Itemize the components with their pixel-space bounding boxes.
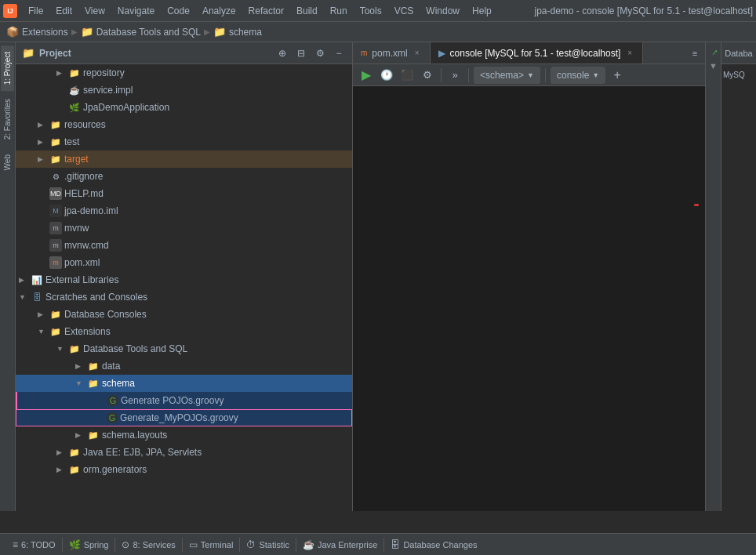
menu-navigate[interactable]: Navigate <box>111 4 161 18</box>
editor-area: m pom.xml × ▶ console [MySQL for 5.1 - t… <box>353 42 705 511</box>
status-todo-label: 6: TODO <box>21 540 56 550</box>
tree-item-extensions[interactable]: ▼ 📁 Extensions <box>16 323 352 340</box>
menu-run[interactable]: Run <box>324 4 354 18</box>
md-icon-help: MD <box>49 187 62 200</box>
menu-file[interactable]: File <box>22 4 49 18</box>
status-todo[interactable]: ≡ 6: TODO <box>6 534 62 555</box>
panel-settings-btn[interactable]: ⚙ <box>313 46 327 60</box>
tree-item-mvnwcmd[interactable]: m mvnw.cmd <box>16 237 352 254</box>
add-console-button[interactable]: + <box>609 67 626 84</box>
schema-dropdown[interactable]: <schema> ▼ <box>474 67 540 84</box>
menu-refactor[interactable]: Refactor <box>242 4 290 18</box>
schema-dropdown-arrow: ▼ <box>527 71 534 79</box>
tree-item-external-libraries[interactable]: ▶ 📊 External Libraries <box>16 271 352 288</box>
window-title: jpa-demo - console [MySQL for 5.1 - test… <box>534 5 753 16</box>
status-bar: ≡ 6: TODO 🌿 Spring ⊙ 8: Services ▭ Termi… <box>0 533 756 555</box>
menu-vcs[interactable]: VCS <box>388 4 420 18</box>
breadcrumb-dbtoolssql[interactable]: Database Tools and SQL <box>96 27 201 38</box>
console-dropdown[interactable]: console ▼ <box>551 67 605 84</box>
tree-item-data[interactable]: ▶ 📁 data <box>16 357 352 375</box>
more-button[interactable]: » <box>446 67 463 84</box>
tree-label-scratches: Scratches and Consoles <box>45 292 352 303</box>
panel-add-btn[interactable]: ⊕ <box>275 46 289 60</box>
editor-tab-bar: m pom.xml × ▶ console [MySQL for 5.1 - t… <box>353 42 705 64</box>
history-button[interactable]: 🕐 <box>378 67 395 84</box>
panel-minimize-btn[interactable]: − <box>332 46 346 60</box>
left-sidebar-tabs: 1: Project 2: Favorites Web <box>0 42 16 511</box>
menu-code[interactable]: Code <box>161 4 196 18</box>
menu-view[interactable]: View <box>78 4 111 18</box>
tree-item-resources[interactable]: ▶ 📁 resources <box>16 116 352 133</box>
tree-item-generate-pojos[interactable]: G Generate POJOs.groovy <box>16 392 352 409</box>
status-spring[interactable]: 🌿 Spring <box>63 534 115 555</box>
tree-label-mvnw: mvnw <box>64 223 352 234</box>
tab-console[interactable]: ▶ console [MySQL for 5.1 - test@localhos… <box>431 42 644 64</box>
status-terminal[interactable]: ▭ Terminal <box>183 534 240 555</box>
sidebar-tab-web[interactable]: Web <box>1 148 14 176</box>
statistic-icon: ⏱ <box>246 539 256 550</box>
main-layout: 1: Project 2: Favorites Web 📁 Project ⊕ … <box>0 42 756 511</box>
tree-arrow-resources: ▶ <box>38 121 47 129</box>
tab-close-pom-xml[interactable]: × <box>413 48 422 58</box>
menu-tools[interactable]: Tools <box>354 4 388 18</box>
schema-dropdown-label: <schema> <box>480 70 524 81</box>
db-tree-db-name: MySQ <box>723 71 745 79</box>
tree-label-schema: schema <box>102 378 352 389</box>
mvnwcmd-icon: m <box>49 239 62 252</box>
panel-collapse-btn[interactable]: ⊟ <box>294 46 308 60</box>
tree-item-scratches[interactable]: ▼ 🗄 Scratches and Consoles <box>16 288 352 306</box>
breadcrumb-schema[interactable]: schema <box>229 27 262 38</box>
run-button[interactable]: ▶ <box>358 67 375 84</box>
tree-item-mvnw[interactable]: m mvnw <box>16 219 352 237</box>
mvnw-icon: m <box>49 222 62 234</box>
status-statistic[interactable]: ⏱ Statistic <box>240 534 296 555</box>
tree-label-gitignore: .gitignore <box>64 171 352 182</box>
tree-item-generate-mypojos[interactable]: G Generate_MyPOJOs.groovy <box>16 409 352 426</box>
sidebar-tab-project[interactable]: 1: Project <box>1 45 14 91</box>
menu-edit[interactable]: Edit <box>49 4 78 18</box>
tree-item-test[interactable]: ▶ 📁 test <box>16 133 352 151</box>
tree-arrow-orm-generators: ▶ <box>56 466 66 473</box>
tree-item-javaee[interactable]: ▶ 📁 Java EE: EJB, JPA, Servlets <box>16 444 352 461</box>
status-db-changes[interactable]: 🗄 Database Changes <box>384 534 483 555</box>
tab-close-console[interactable]: × <box>625 48 634 58</box>
status-terminal-label: Terminal <box>201 540 234 550</box>
breadcrumb-icon-dbtoolssql: 📁 <box>81 26 93 38</box>
db-collapse-arrow[interactable]: ▼ <box>709 61 718 71</box>
tree-item-orm-generators[interactable]: ▶ 📁 orm.generators <box>16 461 352 478</box>
tree-item-target[interactable]: ▶ 📁 target <box>16 151 352 168</box>
terminal-icon: ▭ <box>189 539 198 550</box>
java-icon-serviceimpl: ☕ <box>68 84 81 96</box>
db-tree-toggle[interactable]: ✓ <box>707 45 721 60</box>
tab-pom-xml[interactable]: m pom.xml × <box>353 42 431 64</box>
tab-recent-btn[interactable]: ≡ <box>688 46 702 60</box>
tree-item-gitignore[interactable]: ⚙ .gitignore <box>16 168 352 185</box>
extensions-icon: 📁 <box>49 325 62 338</box>
javaee-icon: 📁 <box>68 446 81 459</box>
xml-icon-tab: m <box>361 49 367 57</box>
tree-item-jpademoapplication[interactable]: 🌿 JpaDemoApplication <box>16 99 352 116</box>
tree-item-schema[interactable]: ▼ 📁 schema <box>16 375 352 392</box>
tree-item-schema-layouts[interactable]: ▶ 📁 schema.layouts <box>16 426 352 444</box>
tree-label-pomxml: pom.xml <box>64 257 352 268</box>
tree-item-dbtoolssql[interactable]: ▼ 📁 Database Tools and SQL <box>16 340 352 357</box>
sidebar-tab-favorites[interactable]: 2: Favorites <box>1 92 14 146</box>
stop-button[interactable]: ⬛ <box>398 67 416 84</box>
tree-label-helpmd: HELP.md <box>64 188 352 199</box>
status-services[interactable]: ⊙ 8: Services <box>115 534 181 555</box>
menu-help[interactable]: Help <box>466 4 498 18</box>
gitignore-icon: ⚙ <box>49 170 62 183</box>
menu-analyze[interactable]: Analyze <box>196 4 242 18</box>
tree-item-helpmd[interactable]: MD HELP.md <box>16 185 352 202</box>
settings-button[interactable]: ⚙ <box>419 67 436 84</box>
tree-item-pomxml[interactable]: m pom.xml <box>16 254 352 271</box>
breadcrumb-extensions[interactable]: Extensions <box>22 27 68 38</box>
menu-window[interactable]: Window <box>420 4 466 18</box>
tree-label-dbtoolssql: Database Tools and SQL <box>83 343 352 354</box>
tree-item-jpademoiml[interactable]: M jpa-demo.iml <box>16 202 352 219</box>
tree-item-serviceimpl[interactable]: ☕ service.impl <box>16 82 352 99</box>
tree-item-repository[interactable]: ▶ 📁 repository <box>16 64 352 82</box>
tree-item-db-consoles[interactable]: ▶ 📁 Database Consoles <box>16 306 352 323</box>
status-java-enterprise[interactable]: ☕ Java Enterprise <box>296 534 383 555</box>
menu-build[interactable]: Build <box>290 4 324 18</box>
